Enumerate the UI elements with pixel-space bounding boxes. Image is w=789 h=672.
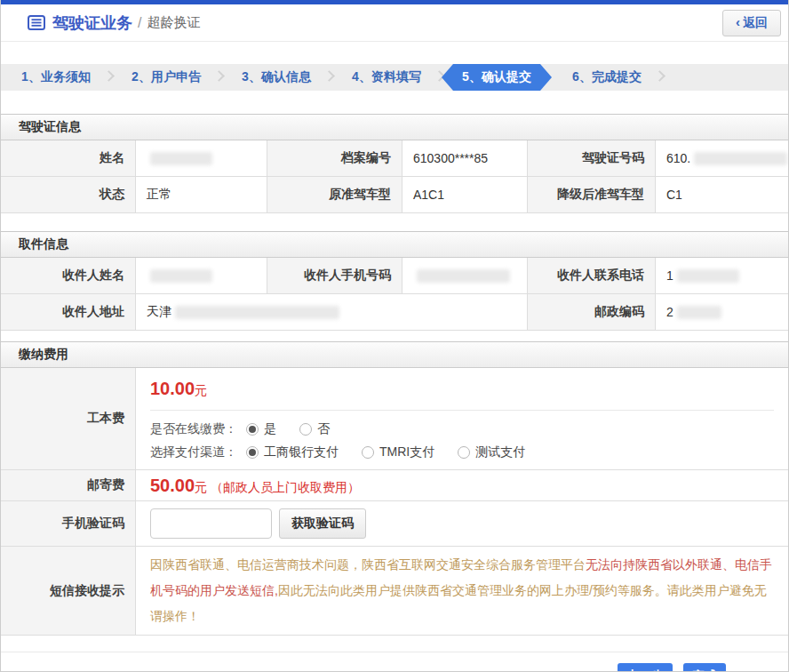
radio-unselected-icon xyxy=(299,423,312,436)
step-tab-label: 4、资料填写 xyxy=(352,69,421,85)
production-fee-amount: 10.00元 xyxy=(150,379,774,411)
field-label-recipient-address: 收件人地址 xyxy=(1,294,136,330)
pay-channel-question: 选择支付渠道： xyxy=(150,444,237,460)
get-captcha-button[interactable]: 获取验证码 xyxy=(279,508,366,539)
page-title: 驾驶证业务 xyxy=(52,12,132,34)
step-tabs: 1、业务须知 2、用户申告 3、确认信息 4、资料填写 5、确认提交 6、完成提… xyxy=(1,64,788,91)
radio-unselected-icon xyxy=(362,446,374,459)
field-label-sms-notice: 短信接收提示 xyxy=(1,547,136,635)
table-row: 状态 正常 原准驾车型 A1C1 降级后准驾车型 C1 xyxy=(1,177,788,213)
online-pay-question-row: 是否在线缴费： 是 否 xyxy=(150,421,788,437)
step-tab-6[interactable]: 6、完成提交 xyxy=(552,64,662,91)
previous-step-button[interactable]: 上一步 xyxy=(618,663,673,672)
radio-selected-icon xyxy=(246,423,259,436)
value-prefix: 2 xyxy=(666,305,673,319)
step-tab-4[interactable]: 4、资料填写 xyxy=(331,64,442,91)
field-label-recipient-phone: 收件人联系电话 xyxy=(528,258,656,293)
fee-unit: 元 xyxy=(195,383,207,397)
license-info-section: 驾驶证信息 姓名 档案编号 610300****85 驾驶证号码 610. 状态… xyxy=(1,114,788,213)
pay-channel-question-row: 选择支付渠道： 工商银行支付 TMRI支付 测试支付 xyxy=(150,444,788,460)
step-tab-label: 2、用户申告 xyxy=(132,69,201,85)
field-label-sms-captcha: 手机验证码 xyxy=(1,501,136,546)
online-pay-question: 是否在线缴费： xyxy=(150,421,237,437)
field-value-recipient-mobile xyxy=(402,258,528,293)
field-value-original-class: A1C1 xyxy=(402,177,528,212)
step-tab-5-active[interactable]: 5、确认提交 xyxy=(442,64,552,91)
field-label-status: 状态 xyxy=(1,177,136,212)
breadcrumb-separator: / xyxy=(138,15,141,31)
back-button[interactable]: ‹ 返回 xyxy=(722,10,781,36)
radio-online-no[interactable]: 否 xyxy=(299,421,330,437)
captcha-content: 获取验证码 xyxy=(136,501,788,546)
field-label-postage-fee: 邮寄费 xyxy=(1,470,136,500)
radio-label: 否 xyxy=(317,421,330,437)
field-label-file-number: 档案编号 xyxy=(267,140,402,176)
postage-note: （邮政人员上门收取费用） xyxy=(211,480,360,496)
finish-button[interactable]: 完成 xyxy=(683,663,726,672)
section-title-license: 驾驶证信息 xyxy=(1,114,788,140)
fee-row: 工本费 10.00元 是否在线缴费： 是 否 选 xyxy=(1,368,788,470)
radio-online-yes[interactable]: 是 xyxy=(246,421,276,437)
field-value-recipient-name xyxy=(136,258,267,293)
step-tab-1[interactable]: 1、业务须知 xyxy=(1,64,111,91)
postage-row: 邮寄费 50.00元 （邮政人员上门收取费用） xyxy=(1,470,788,501)
radio-label: TMRI支付 xyxy=(379,444,434,460)
captcha-input[interactable] xyxy=(150,508,272,539)
field-label-production-fee: 工本费 xyxy=(1,368,136,469)
fee-amount: 10.00 xyxy=(150,379,195,398)
field-value-recipient-address: 天津 xyxy=(136,294,528,330)
redacted-blob xyxy=(417,269,510,283)
redacted-blob xyxy=(150,152,212,165)
sms-notice-row: 短信接收提示 因陕西省联通、电信运营商技术问题，陕西省互联网交通安全综合服务管理… xyxy=(1,547,788,636)
chevron-right-icon xyxy=(654,70,665,82)
postage-fee-content: 50.00元 （邮政人员上门收取费用） xyxy=(136,470,788,500)
postage-unit: 元 xyxy=(195,480,207,496)
step-tab-label: 6、完成提交 xyxy=(572,69,642,85)
step-tab-label: 5、确认提交 xyxy=(462,69,531,85)
radio-unselected-icon xyxy=(458,446,470,459)
captcha-row: 手机验证码 获取验证码 xyxy=(1,501,788,547)
step-tab-3[interactable]: 3、确认信息 xyxy=(221,64,331,91)
chevron-left-icon: ‹ xyxy=(736,14,740,29)
field-label-original-class: 原准驾车型 xyxy=(267,177,402,212)
table-row: 姓名 档案编号 610300****85 驾驶证号码 610. xyxy=(1,140,788,177)
field-value-downgraded-class: C1 xyxy=(656,177,788,212)
field-value-status: 正常 xyxy=(136,177,267,212)
step-tab-label: 3、确认信息 xyxy=(242,69,311,85)
step-tab-2[interactable]: 2、用户申告 xyxy=(111,64,221,91)
field-label-recipient-name: 收件人姓名 xyxy=(1,258,136,293)
field-label-recipient-mobile: 收件人手机号码 xyxy=(267,258,402,293)
radio-channel-icbc[interactable]: 工商银行支付 xyxy=(246,444,339,460)
radio-label: 测试支付 xyxy=(475,444,525,460)
radio-selected-icon xyxy=(246,446,259,459)
value-prefix: 1 xyxy=(666,268,673,283)
section-title-payment: 缴纳费用 xyxy=(1,341,788,368)
field-value-name xyxy=(136,140,267,176)
field-label-license-number: 驾驶证号码 xyxy=(528,140,656,176)
page: 驾驶证业务 / 超龄换证 ‹ 返回 1、业务须知 2、用户申告 3、确认信息 4… xyxy=(0,0,789,672)
production-fee-content: 10.00元 是否在线缴费： 是 否 选择支付渠道： xyxy=(136,368,788,469)
field-value-file-number: 610300****85 xyxy=(402,140,528,176)
redacted-blob xyxy=(150,269,212,283)
redacted-blob xyxy=(175,306,339,319)
table-row: 收件人姓名 收件人手机号码 收件人联系电话 1 xyxy=(1,258,788,294)
page-header: 驾驶证业务 / 超龄换证 ‹ 返回 xyxy=(1,4,788,42)
field-label-name: 姓名 xyxy=(1,140,136,176)
footer-actions: 上一步 完成 xyxy=(1,652,788,672)
step-tab-label: 1、业务须知 xyxy=(21,69,91,85)
radio-label: 工商银行支付 xyxy=(264,444,339,460)
field-value-postcode: 2 xyxy=(656,294,788,330)
field-label-postcode: 邮政编码 xyxy=(528,294,656,330)
postage-amount: 50.00 xyxy=(150,476,195,496)
section-title-pickup: 取件信息 xyxy=(1,231,788,258)
redacted-blob xyxy=(677,269,739,283)
table-row: 收件人地址 天津 邮政编码 2 xyxy=(1,294,788,331)
field-label-downgraded-class: 降级后准驾车型 xyxy=(528,177,656,212)
radio-channel-test[interactable]: 测试支付 xyxy=(458,444,525,460)
field-value-license-number: 610. xyxy=(656,140,788,176)
radio-channel-tmri[interactable]: TMRI支付 xyxy=(362,444,434,460)
page-subtitle: 超龄换证 xyxy=(147,14,200,31)
sms-notice-text: 因陕西省联通、电信运营商技术问题，陕西省互联网交通安全综合服务管理平台无法向持陕… xyxy=(136,547,788,635)
radio-label: 是 xyxy=(264,421,276,437)
redacted-blob xyxy=(694,152,787,165)
